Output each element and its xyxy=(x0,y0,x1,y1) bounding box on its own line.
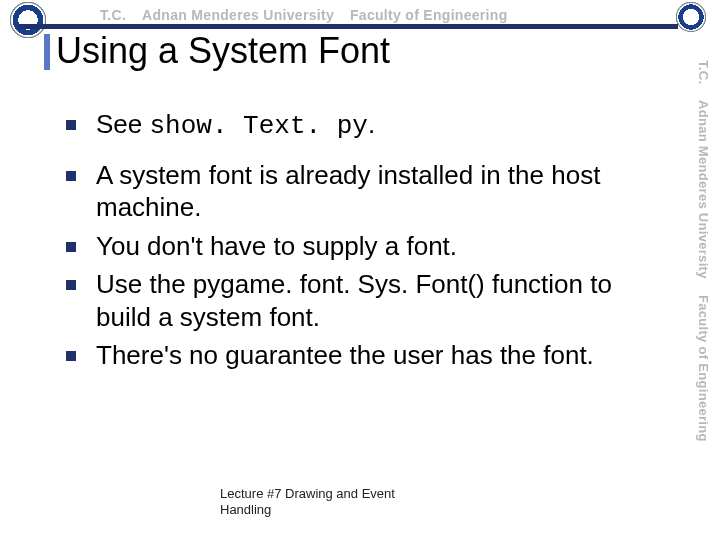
title-accent-bar xyxy=(44,34,50,70)
footer: Lecture #7 Drawing and Event Handling xyxy=(220,486,395,519)
bullet-text: There's no guarantee the user has the fo… xyxy=(96,340,594,370)
footer-line2: Handling xyxy=(220,502,395,518)
university-seal-icon xyxy=(10,2,46,38)
content-area: See show. Text. py. A system font is alr… xyxy=(60,108,660,378)
side-tc: T.C. xyxy=(696,60,711,84)
bullet-list: A system font is already installed in th… xyxy=(60,159,660,372)
header-strip: T.C. Adnan Menderes University Faculty o… xyxy=(100,6,660,24)
bullet-text: A system font is already installed in th… xyxy=(96,160,600,223)
side-faculty: Faculty of Engineering xyxy=(696,295,711,442)
bullet-text: You don't have to supply a font. xyxy=(96,231,457,261)
bullet-text-prefix: See xyxy=(96,109,150,139)
header-faculty: Faculty of Engineering xyxy=(350,7,508,23)
title-rule-thick xyxy=(18,24,678,27)
header-university: Adnan Menderes University xyxy=(142,7,334,23)
list-item: Use the pygame. font. Sys. Font() functi… xyxy=(60,268,660,333)
list-item: A system font is already installed in th… xyxy=(60,159,660,224)
bullet-code: show. Text. py xyxy=(150,111,368,141)
faculty-seal-icon xyxy=(676,2,706,32)
title-rule-thin xyxy=(18,28,678,29)
list-item: There's no guarantee the user has the fo… xyxy=(60,339,660,372)
bullet-text: Use the pygame. font. Sys. Font() functi… xyxy=(96,269,612,332)
list-item: See show. Text. py. xyxy=(60,108,660,143)
side-university: Adnan Menderes University xyxy=(696,100,711,279)
bullet-list: See show. Text. py. xyxy=(60,108,660,143)
list-item: You don't have to supply a font. xyxy=(60,230,660,263)
footer-line1: Lecture #7 Drawing and Event xyxy=(220,486,395,502)
side-strip: T.C. Adnan Menderes University Faculty o… xyxy=(694,60,712,520)
bullet-text-suffix: . xyxy=(368,109,375,139)
header-tc: T.C. xyxy=(100,7,126,23)
page-title: Using a System Font xyxy=(56,30,390,72)
